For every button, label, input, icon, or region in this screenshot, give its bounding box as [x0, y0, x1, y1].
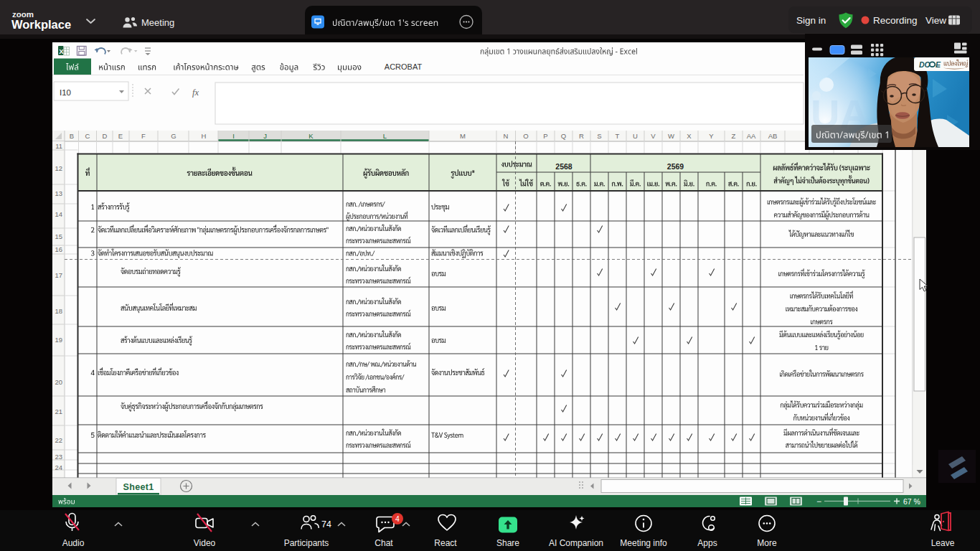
svg-text:B: B [70, 132, 74, 140]
svg-text:L: L [383, 132, 387, 140]
svg-text:J: J [263, 132, 267, 140]
svg-text:DO: DO [919, 60, 930, 69]
svg-text:18: 18 [55, 307, 62, 315]
svg-text:Chat: Chat [374, 538, 393, 548]
svg-text:16: 16 [55, 245, 62, 253]
svg-text:11: 11 [55, 142, 62, 150]
svg-text:20: 20 [55, 378, 62, 386]
svg-text:19: 19 [55, 336, 62, 344]
svg-text:H: H [202, 132, 207, 140]
svg-text:U: U [633, 132, 638, 140]
svg-text:24: 24 [55, 463, 62, 471]
svg-text:F: F [141, 132, 146, 140]
svg-text:ACROBAT: ACROBAT [385, 62, 423, 71]
svg-text:15: 15 [55, 232, 62, 240]
svg-text:E: E [936, 60, 941, 69]
svg-text:W: W [668, 132, 674, 140]
svg-text:Sign in: Sign in [796, 15, 826, 26]
svg-text:14: 14 [55, 210, 62, 218]
svg-text:67 %: 67 % [903, 497, 920, 506]
svg-text:O: O [523, 132, 528, 140]
svg-text:N: N [504, 132, 509, 140]
svg-text:React: React [434, 538, 457, 548]
svg-text:Share: Share [496, 538, 519, 548]
svg-text:Apps: Apps [697, 538, 717, 548]
svg-text:P: P [543, 132, 547, 140]
svg-text:T: T [616, 132, 620, 140]
svg-text:View: View [925, 15, 946, 26]
svg-text:Meeting: Meeting [141, 17, 174, 28]
svg-text:X: X [59, 47, 64, 55]
svg-text:R: R [579, 132, 584, 140]
svg-text:Leave: Leave [931, 538, 955, 548]
svg-text:Meeting info: Meeting info [620, 538, 667, 548]
svg-text:AA: AA [747, 132, 756, 140]
svg-text:X: X [687, 132, 692, 140]
svg-text:2568: 2568 [555, 162, 573, 171]
svg-text:Sheet1: Sheet1 [123, 482, 154, 492]
svg-text:74: 74 [321, 519, 331, 529]
svg-text:13: 13 [55, 189, 62, 197]
svg-text:−: − [816, 496, 821, 507]
svg-text:fx: fx [192, 88, 199, 98]
svg-text:Y: Y [709, 132, 714, 140]
svg-text:V: V [651, 132, 656, 140]
svg-text:Recording: Recording [873, 15, 918, 26]
svg-text:Workplace: Workplace [11, 18, 71, 31]
svg-text:E: E [118, 132, 123, 140]
svg-text:Z: Z [732, 132, 736, 140]
svg-text:23: 23 [55, 453, 62, 461]
svg-text:More: More [757, 538, 777, 548]
svg-text:22: 22 [55, 436, 62, 444]
svg-text:Q: Q [561, 132, 566, 140]
svg-text:AB: AB [768, 132, 778, 140]
svg-text:Video: Video [194, 538, 216, 548]
svg-text:4: 4 [395, 514, 400, 523]
svg-text:AI Companion: AI Companion [549, 538, 603, 548]
svg-text:D: D [103, 132, 108, 140]
svg-text:2569: 2569 [667, 162, 684, 171]
svg-text:21: 21 [55, 408, 62, 415]
svg-text:K: K [308, 132, 314, 140]
svg-text:12: 12 [55, 164, 62, 172]
svg-text:S: S [597, 132, 601, 140]
svg-text:17: 17 [55, 271, 62, 279]
svg-text:G: G [171, 132, 176, 140]
svg-text:M: M [460, 132, 466, 140]
svg-text:I: I [232, 132, 235, 140]
svg-text:Participants: Participants [284, 538, 329, 548]
svg-text:Audio: Audio [62, 538, 85, 548]
svg-text:C: C [85, 132, 90, 140]
svg-text:I10: I10 [60, 88, 71, 97]
